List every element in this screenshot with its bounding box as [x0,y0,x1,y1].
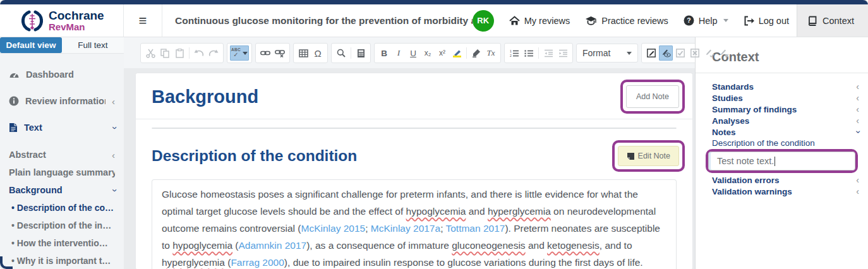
tab-default-view[interactable]: Default view [0,37,62,53]
menu-icon[interactable]: ≡ [124,4,162,37]
context-item-summary-of-findings[interactable]: Summary of findings ‹ [712,104,859,115]
nav-practice-reviews[interactable]: Practice reviews [577,4,676,37]
text-cursor [775,157,775,166]
remove-format-button[interactable]: Tx [484,45,498,61]
copy-formatting-icon[interactable] [469,45,483,61]
sidebar-item-dashboard[interactable]: Dashboard [0,61,124,88]
chevron-collapsed-icon: ‹ [112,150,115,160]
help-caret-icon [723,19,728,22]
accept-all-changes-icon[interactable] [702,45,716,61]
accept-change-icon[interactable] [673,45,687,61]
reference-link[interactable]: McKinlay 2017a [371,223,440,234]
main-content: ABC ✓ Ω [124,37,695,269]
search-icon[interactable] [334,45,348,61]
svg-text:2: 2 [510,54,512,57]
bullet-list-icon[interactable] [522,45,536,61]
context-item-label: Notes [712,128,736,137]
brand-name: Cochrane [49,9,104,22]
nav-my-reviews[interactable]: My reviews [502,4,578,37]
sidebar-item-abstract[interactable]: Abstract ‹ [0,146,124,164]
increase-indent-icon[interactable] [556,45,570,61]
document-card: Background Add Note Description of the c… [135,73,693,269]
cut-icon[interactable] [143,45,157,61]
user-avatar[interactable]: RK [473,10,494,32]
reject-all-changes-icon[interactable] [717,45,731,61]
note-icon [627,152,635,160]
context-item-studies[interactable]: Studies ‹ [712,92,859,104]
sidebar-item-why-important[interactable]: • Why it is important t… [0,252,124,269]
spellcheck-button[interactable]: ABC ✓ [230,45,249,61]
context-item-analyses[interactable]: Analyses ‹ [712,115,859,126]
format-dropdown-value: Format [582,48,610,58]
context-book-icon [807,16,817,26]
chevron-collapsed-icon: ‹ [856,81,859,92]
sidebar-item-description-of-intervention[interactable]: • Description of the in… [0,217,124,234]
reference-link[interactable]: Tottman 2017 [445,223,505,234]
copy-icon[interactable] [158,45,172,61]
context-item-standards[interactable]: Standards ‹ [712,81,859,92]
nav-help[interactable]: ? Help [676,4,736,37]
chevron-collapsed-icon: ‹ [856,116,859,126]
dashboard-icon [9,69,20,80]
sidebar-item-label: • How the interventio… [11,238,115,248]
edit-note-button[interactable]: Edit Note [618,146,679,166]
highlight-button[interactable] [450,45,464,61]
logo-text: Cochrane RevMan [49,9,104,32]
context-item-notes[interactable]: Notes ‹ [712,126,859,138]
nav-log-out[interactable]: Log out [736,4,797,37]
undo-icon[interactable] [192,45,206,61]
bold-button[interactable]: B [377,45,391,61]
toolbar-separator [351,47,351,59]
format-dropdown[interactable]: Format [576,44,638,63]
tab-full-text[interactable]: Full text [62,37,124,53]
graduation-cap-icon [585,16,597,26]
left-sidebar: Default view Full text Dashboard Review … [0,37,124,269]
cochrane-logo[interactable]: Cochrane RevMan [0,4,124,37]
chevron-expanded-icon: ‹ [108,126,119,129]
subscript-button[interactable]: x₂ [421,45,435,61]
numbered-list-icon[interactable]: 12 [507,45,521,61]
link-icon[interactable] [258,45,272,61]
sidebar-item-how-intervention-works[interactable]: • How the interventio… [0,234,124,252]
context-item-validation-errors[interactable]: Validation errors ‹ [712,174,859,186]
add-note-button[interactable]: Add Note [626,85,679,108]
sidebar-item-review-information[interactable]: Review information ‹ [0,88,124,114]
underline-button[interactable]: U [406,45,420,61]
reference-link[interactable]: McKinlay 2015 [301,223,366,234]
chevron-collapsed-icon: ‹ [856,175,859,185]
note-text-input[interactable]: Test note text. [708,152,855,170]
sidebar-item-description-of-condition[interactable]: • Description of the co… [0,199,124,217]
context-note-section-label[interactable]: Description of the condition [712,138,859,148]
sidebar-item-label: Abstract [9,150,105,160]
reference-link[interactable]: Adamnkin 2017 [238,240,306,251]
special-character-icon[interactable]: Ω [311,45,325,61]
edit-note-label: Edit Note [638,152,670,160]
window-top-accent [0,0,868,4]
sidebar-item-label: • Description of the in… [11,220,115,230]
context-tab[interactable]: Context [797,4,868,37]
description-editor[interactable]: Glucose homeostasis poses a significant … [152,179,677,269]
reject-change-icon[interactable] [688,45,702,61]
sidebar-item-plain-language-summary[interactable]: Plain language summary [0,164,124,181]
italic-button[interactable]: I [392,45,406,61]
paste-icon[interactable] [172,45,186,61]
info-icon [9,96,19,106]
calculator-icon[interactable] [354,45,368,61]
help-icon: ? [684,15,694,26]
sidebar-item-text[interactable]: Text ‹ [0,114,124,141]
track-changes-icon[interactable] [644,45,658,61]
decrease-indent-icon[interactable] [541,45,555,61]
context-item-validation-warnings[interactable]: Validation warnings ‹ [712,186,859,197]
superscript-button[interactable]: x² [435,45,449,61]
redo-icon[interactable] [207,45,220,61]
revman-app-window: Cochrane RevMan ≡ Continuous glucose mon… [0,0,868,269]
sidebar-item-background[interactable]: Background ‹ [0,181,124,199]
unlink-icon[interactable] [273,45,287,61]
reference-link[interactable]: Farrag 2000 [231,257,284,268]
nav-my-reviews-label: My reviews [524,16,570,26]
table-icon[interactable] [296,45,310,61]
description-paragraph: Glucose homeostasis poses a significant … [162,189,660,269]
show-changes-icon[interactable] [659,45,673,61]
chevron-collapsed-icon: ‹ [856,104,859,114]
cochrane-logo-icon [21,10,43,32]
